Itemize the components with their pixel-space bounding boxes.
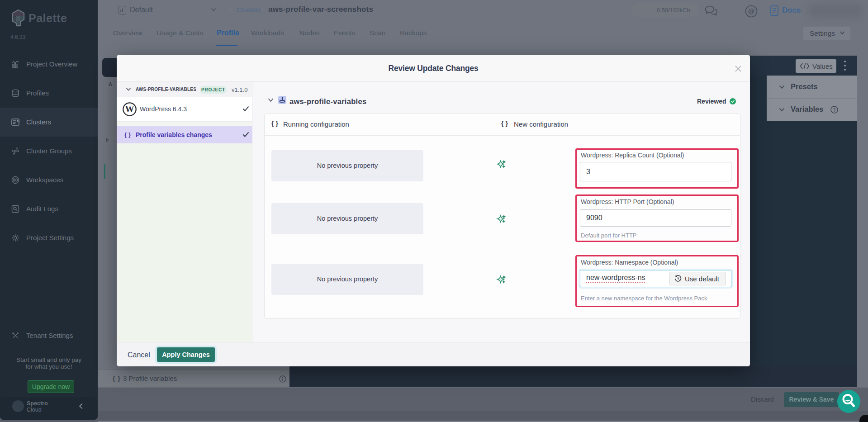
- svg-text:@: @: [748, 7, 754, 15]
- svg-text:?: ?: [833, 108, 836, 113]
- svg-text:W: W: [125, 104, 134, 114]
